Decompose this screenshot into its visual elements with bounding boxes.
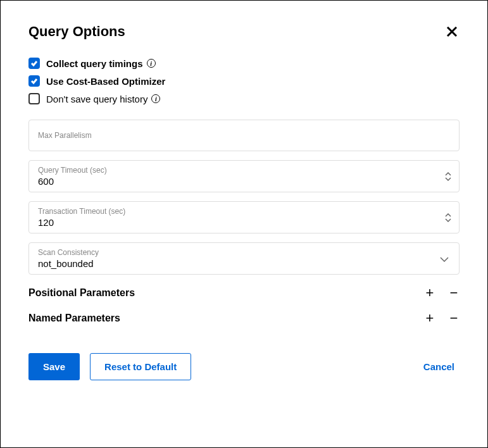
query-timeout-value: 600 <box>38 176 450 187</box>
transaction-timeout-spinner <box>445 213 451 222</box>
max-parallelism-field[interactable]: Max Parallelism <box>28 120 460 151</box>
close-icon <box>446 26 458 37</box>
modal-header: Query Options <box>28 23 460 40</box>
positional-params-row: Positional Parameters + − <box>28 286 460 300</box>
cancel-button[interactable]: Cancel <box>418 354 460 380</box>
query-timeout-spinner <box>445 172 451 181</box>
scan-consistency-value: not_bounded <box>38 258 450 269</box>
footer-left: Save Reset to Default <box>28 353 191 380</box>
use-cbo-row: Use Cost-Based Optimizer <box>28 75 460 87</box>
scan-consistency-field[interactable]: Scan Consistency not_bounded <box>28 242 460 275</box>
save-button[interactable]: Save <box>28 353 80 380</box>
checkmark-icon <box>30 59 38 67</box>
chevron-down-icon <box>440 257 449 262</box>
use-cbo-label: Use Cost-Based Optimizer <box>46 76 165 87</box>
remove-named-param-button[interactable]: − <box>448 311 460 325</box>
checkmark-icon <box>30 77 38 85</box>
scan-consistency-dropdown[interactable] <box>440 253 449 264</box>
use-cbo-checkbox[interactable] <box>28 75 40 87</box>
collect-timings-label: Collect query timings i <box>46 58 156 69</box>
positional-params-label: Positional Parameters <box>28 287 135 299</box>
chevron-down-icon[interactable] <box>445 218 451 222</box>
named-params-controls: + − <box>424 311 460 325</box>
transaction-timeout-field[interactable]: Transaction Timeout (sec) 120 <box>28 201 460 233</box>
dont-save-history-label: Don't save query history i <box>46 94 160 104</box>
transaction-timeout-value: 120 <box>38 217 450 228</box>
dont-save-history-checkbox[interactable] <box>28 93 40 104</box>
chevron-up-icon[interactable] <box>445 172 451 176</box>
query-timeout-label: Query Timeout (sec) <box>38 166 450 175</box>
collect-timings-row: Collect query timings i <box>28 58 460 69</box>
modal-title: Query Options <box>28 23 125 40</box>
query-timeout-field[interactable]: Query Timeout (sec) 600 <box>28 160 460 192</box>
modal-footer: Save Reset to Default Cancel <box>28 353 460 380</box>
remove-positional-param-button[interactable]: − <box>448 286 460 300</box>
named-params-label: Named Parameters <box>28 313 120 324</box>
chevron-down-icon[interactable] <box>445 177 451 181</box>
transaction-timeout-label: Transaction Timeout (sec) <box>38 207 450 216</box>
close-button[interactable] <box>444 24 460 39</box>
positional-params-controls: + − <box>424 286 460 300</box>
collect-timings-checkbox[interactable] <box>28 58 40 69</box>
info-icon[interactable]: i <box>147 59 156 68</box>
fields-section: Max Parallelism Query Timeout (sec) 600 … <box>28 120 460 275</box>
info-icon[interactable]: i <box>151 94 160 103</box>
query-options-modal: Query Options Collect query timings i Us… <box>0 0 488 448</box>
max-parallelism-label: Max Parallelism <box>38 131 92 140</box>
chevron-up-icon[interactable] <box>445 213 451 217</box>
named-params-row: Named Parameters + − <box>28 311 460 325</box>
add-named-param-button[interactable]: + <box>424 311 435 325</box>
reset-button[interactable]: Reset to Default <box>90 353 191 380</box>
add-positional-param-button[interactable]: + <box>424 286 435 300</box>
scan-consistency-label: Scan Consistency <box>38 248 450 257</box>
dont-save-history-row: Don't save query history i <box>28 93 460 104</box>
